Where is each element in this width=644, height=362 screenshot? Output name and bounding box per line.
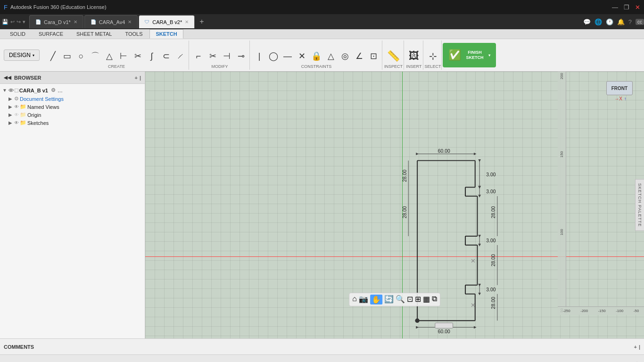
title-controls: — ❐ ✕	[612, 4, 640, 11]
camera-btn[interactable]: 📷	[359, 295, 368, 304]
browser-add-icon[interactable]: +	[134, 75, 137, 81]
tree-eye-root[interactable]: 👁	[8, 88, 14, 93]
view-cube[interactable]: FRONT →X ↑	[606, 81, 635, 109]
trim-btn2[interactable]: ✂	[206, 46, 219, 66]
display-btn[interactable]: ⊞	[415, 295, 421, 304]
tree-expand-doc[interactable]: ▶	[8, 96, 13, 101]
browser-pin-icon[interactable]: |	[140, 75, 141, 81]
tab-cara-b-close[interactable]: ✕	[185, 19, 189, 25]
sketch-dash-btn[interactable]: —	[281, 46, 294, 66]
tree-eye-named[interactable]: 👁	[14, 104, 19, 109]
extend-btn[interactable]: ⊣	[220, 46, 233, 66]
back-btn[interactable]: ◀	[23, 361, 28, 362]
tree-expand-root[interactable]: ▼	[2, 88, 8, 93]
ribbon-tab-sketch[interactable]: SKETCH	[149, 29, 183, 39]
ribbon-tab-sheet-metal[interactable]: SHEET METAL	[70, 29, 118, 39]
tab-cara-a[interactable]: 📄 CARA_Av4 ✕	[84, 15, 138, 28]
canvas[interactable]: 200 150 100 50 -250 -200 -150 -100 -50	[145, 72, 644, 338]
zoom-btn[interactable]: 🔍	[396, 295, 405, 304]
tree-eye-origin[interactable]: 👁	[14, 112, 19, 117]
notification-icon[interactable]: 💬	[583, 18, 591, 25]
browser-collapse-icon[interactable]: ◀◀	[4, 75, 11, 80]
tree-item-root[interactable]: ▼ 👁 □ CARA_B v1 ⚙ …	[0, 86, 145, 95]
end-btn[interactable]: ⏭	[52, 361, 58, 362]
ribbon-group-inspect: 📏 INSPECT	[383, 41, 404, 70]
finish-sketch-btn[interactable]: ✅ FINISH SKETCH ▾	[443, 43, 496, 67]
user-icon[interactable]: cc	[636, 19, 644, 25]
dims-btn[interactable]: ⊢	[117, 46, 130, 66]
sketch-palette-tab[interactable]: SKETCH PALETTE	[635, 179, 644, 231]
ribbon-tab-tools[interactable]: TOOLS	[119, 29, 149, 39]
minimize-btn[interactable]: —	[612, 4, 618, 11]
spline-btn[interactable]: ∫	[145, 46, 158, 66]
record-btn[interactable]: ⏺	[4, 361, 10, 362]
redo-icon[interactable]: ↪	[17, 19, 21, 25]
tree-item-doc-settings[interactable]: ▶ ⚙ Document Settings	[0, 95, 145, 103]
quick-save-icon[interactable]: 💾	[2, 19, 8, 25]
maximize-btn[interactable]: ❐	[624, 4, 629, 11]
sketch-line-btn[interactable]: |	[253, 46, 266, 66]
arc-btn[interactable]: ⌒	[89, 46, 102, 66]
tab-cara-d-close[interactable]: ✕	[74, 19, 77, 25]
tree-item-sketches[interactable]: ▶ 👁 📁 Sketches	[0, 119, 145, 127]
forward-btn[interactable]: ▶▶	[39, 361, 49, 362]
rect-btn[interactable]: ▭	[60, 46, 74, 66]
home-view-btn[interactable]: ⌂	[352, 295, 357, 304]
line-btn[interactable]: ╱	[46, 46, 59, 66]
sketch-lock-btn[interactable]: 🔒	[309, 46, 323, 66]
sketch-proj-btn[interactable]: ⊡	[367, 46, 380, 66]
tree-expand-origin[interactable]: ▶	[8, 112, 13, 117]
grid-btn[interactable]: ▦	[423, 295, 430, 304]
cube-front-face[interactable]: FRONT	[606, 81, 633, 95]
prev-frame-btn[interactable]: ⏮	[13, 361, 20, 362]
tree-settings-icon[interactable]: ⚙	[51, 87, 56, 93]
svg-text:28.00: 28.00	[491, 297, 496, 309]
browser-header-controls: + |	[134, 75, 141, 81]
sketch-x-btn[interactable]: ✕	[295, 46, 308, 66]
more-icon[interactable]: ▾	[23, 19, 25, 25]
tab-cara-a-close[interactable]: ✕	[128, 19, 132, 25]
create-label: CREATE	[44, 64, 189, 69]
sketch-angle-btn[interactable]: ∠	[353, 46, 366, 66]
view-options-btn[interactable]: ⧉	[432, 295, 437, 304]
circle-btn[interactable]: ○	[74, 46, 88, 66]
tree-more-icon[interactable]: …	[58, 88, 63, 93]
play-btn[interactable]: ▶	[31, 361, 36, 362]
help-icon[interactable]: ?	[628, 18, 632, 25]
sidebar: ◀◀ BROWSER + | ▼ 👁 □ CARA_B v1 ⚙ … ▶ ⚙	[0, 72, 145, 338]
tree-expand-sketches[interactable]: ▶	[8, 120, 13, 125]
tab-cara-d[interactable]: 📄 Cara_D v1* ✕	[29, 15, 83, 28]
pin-comment-btn[interactable]: |	[639, 344, 640, 350]
alert-icon[interactable]: 🔔	[617, 18, 625, 25]
tab-cara-d-icon: 📄	[35, 19, 41, 25]
ellipse-btn[interactable]: ⊂	[159, 46, 173, 66]
ribbon-group-select: ⊹ SELECT	[424, 41, 442, 70]
design-button[interactable]: DESIGN ▾	[4, 49, 40, 61]
animation-settings-btn[interactable]: ⚙	[634, 361, 640, 362]
undo-icon[interactable]: ↩	[10, 19, 15, 25]
ribbon-tab-surface[interactable]: SURFACE	[33, 29, 69, 39]
fit-btn[interactable]: ⊡	[407, 295, 413, 304]
polygon-btn[interactable]: △	[103, 46, 116, 66]
clock-icon[interactable]: 🕐	[606, 18, 613, 25]
trim-btn[interactable]: ✂	[131, 46, 144, 66]
tree-item-origin[interactable]: ▶ 👁 📁 Origin	[0, 111, 145, 119]
sketch-circle-btn[interactable]: ◯	[267, 46, 280, 66]
pan-btn[interactable]: ✋	[370, 295, 382, 304]
sketch-ring-btn[interactable]: ◎	[339, 46, 352, 66]
text-btn[interactable]: ⟋	[173, 46, 187, 66]
orbit-btn[interactable]: 🔄	[384, 295, 394, 304]
tree-expand-named[interactable]: ▶	[8, 104, 13, 109]
sketch-tri-btn[interactable]: △	[324, 46, 338, 66]
add-comment-btn[interactable]: +	[634, 344, 636, 350]
tab-cara-a-label: CARA_Av4	[99, 19, 125, 25]
tree-item-named-views[interactable]: ▶ 👁 📁 Named Views	[0, 103, 145, 111]
globe-icon[interactable]: 🌐	[594, 18, 602, 25]
tab-cara-b[interactable]: 🛡 CARA_B v2* ✕	[139, 15, 195, 28]
tree-eye-sketches[interactable]: 👁	[14, 120, 19, 125]
fillet-btn[interactable]: ⌐	[192, 46, 205, 66]
new-tab-btn[interactable]: +	[196, 17, 207, 26]
break-btn[interactable]: ⊸	[234, 46, 248, 66]
close-btn[interactable]: ✕	[635, 4, 640, 11]
ribbon-tab-solid[interactable]: SOLID	[4, 29, 32, 39]
